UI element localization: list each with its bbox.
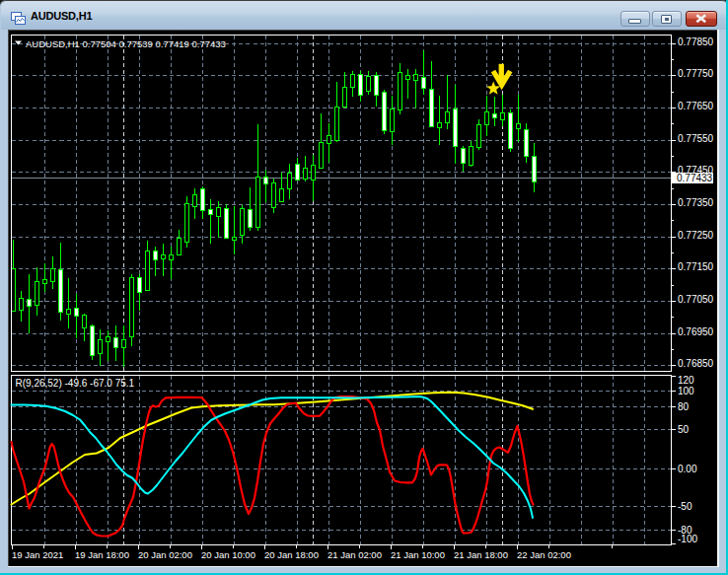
svg-text:21 Jan 18:00: 21 Jan 18:00 bbox=[454, 549, 508, 560]
svg-text:AUDUSD,H1 0.77504 0.77539 0.77: AUDUSD,H1 0.77504 0.77539 0.77419 0.7743… bbox=[26, 38, 226, 49]
svg-text:80: 80 bbox=[678, 401, 690, 412]
svg-text:50: 50 bbox=[678, 424, 690, 435]
svg-text:0.77350: 0.77350 bbox=[678, 197, 714, 208]
svg-text:0.77250: 0.77250 bbox=[678, 230, 714, 241]
svg-text:-100: -100 bbox=[678, 534, 697, 544]
svg-text:0.77650: 0.77650 bbox=[678, 101, 714, 111]
svg-text:0.77050: 0.77050 bbox=[678, 294, 714, 305]
svg-text:20 Jan 18:00: 20 Jan 18:00 bbox=[264, 549, 319, 560]
svg-text:0.77150: 0.77150 bbox=[678, 261, 714, 272]
svg-text:0.00: 0.00 bbox=[678, 464, 697, 474]
svg-text:100: 100 bbox=[678, 386, 694, 396]
svg-text:0.77850: 0.77850 bbox=[678, 36, 714, 47]
svg-text:0.76850: 0.76850 bbox=[678, 358, 714, 369]
svg-text:21 Jan 10:00: 21 Jan 10:00 bbox=[391, 549, 445, 560]
svg-text:R(9,26,52) -49.6 -67.0 75.1: R(9,26,52) -49.6 -67.0 75.1 bbox=[16, 378, 135, 389]
svg-text:0.77450: 0.77450 bbox=[678, 165, 714, 176]
svg-text:0.76950: 0.76950 bbox=[678, 326, 714, 337]
svg-text:0.77550: 0.77550 bbox=[678, 133, 714, 144]
svg-text:20 Jan 02:00: 20 Jan 02:00 bbox=[138, 549, 192, 560]
svg-text:22 Jan 02:00: 22 Jan 02:00 bbox=[517, 549, 571, 560]
svg-text:120: 120 bbox=[678, 375, 694, 386]
svg-text:21 Jan 02:00: 21 Jan 02:00 bbox=[328, 549, 382, 560]
svg-text:0.77750: 0.77750 bbox=[678, 68, 714, 79]
svg-text:-50: -50 bbox=[678, 501, 692, 512]
svg-text:19 Jan 18:00: 19 Jan 18:00 bbox=[75, 549, 129, 560]
svg-text:19 Jan 2021: 19 Jan 2021 bbox=[12, 549, 63, 560]
svg-text:20 Jan 10:00: 20 Jan 10:00 bbox=[201, 549, 255, 560]
